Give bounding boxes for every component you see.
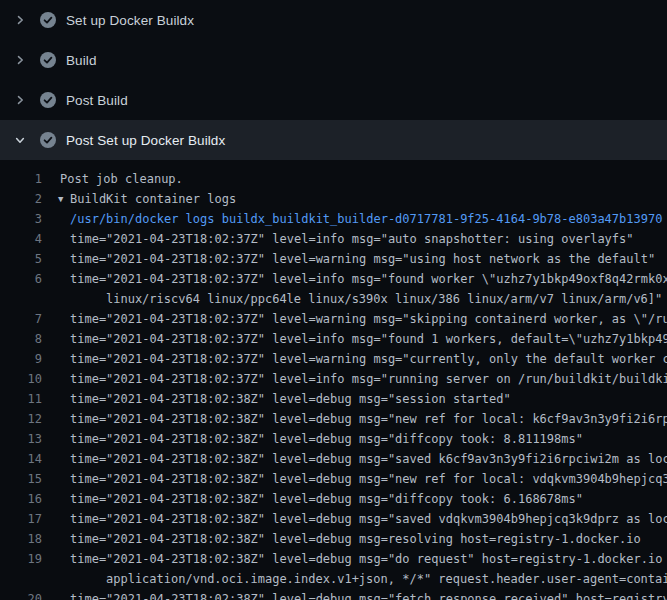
log-text: time="2021-04-23T18:02:38Z" level=debug … (70, 389, 511, 409)
check-circle-icon (40, 132, 56, 148)
line-number (0, 289, 42, 309)
line-number[interactable]: 5 (0, 249, 42, 269)
chevron-right-icon (12, 92, 28, 108)
log-line: 6time="2021-04-23T18:02:37Z" level=info … (0, 269, 667, 289)
log-text: time="2021-04-23T18:02:37Z" level=info m… (70, 269, 667, 289)
line-number[interactable]: 3 (0, 209, 42, 229)
log-text: time="2021-04-23T18:02:38Z" level=debug … (70, 469, 667, 489)
log-text: time="2021-04-23T18:02:38Z" level=debug … (70, 409, 667, 429)
log-text: time="2021-04-23T18:02:37Z" level=info m… (70, 369, 667, 389)
line-number[interactable]: 10 (0, 369, 42, 389)
log-line: linux/riscv64 linux/ppc64le linux/s390x … (0, 289, 667, 309)
line-number[interactable]: 6 (0, 269, 42, 289)
log-line: 4time="2021-04-23T18:02:37Z" level=info … (0, 229, 667, 249)
log-text: time="2021-04-23T18:02:37Z" level=warnin… (70, 309, 667, 329)
line-number[interactable]: 11 (0, 389, 42, 409)
line-number[interactable]: 18 (0, 529, 42, 549)
step-label: Build (66, 53, 97, 68)
log-line: 3/usr/bin/docker logs buildx_buildkit_bu… (0, 209, 667, 229)
chevron-right-icon (12, 52, 28, 68)
line-number[interactable]: 20 (0, 589, 42, 600)
log-line: application/vnd.oci.image.index.v1+json,… (0, 569, 667, 589)
check-circle-icon (40, 12, 56, 28)
log-text: Post job cleanup. (60, 169, 183, 189)
check-circle-icon (40, 52, 56, 68)
line-number[interactable]: 1 (0, 169, 42, 189)
log-line: 5time="2021-04-23T18:02:37Z" level=warni… (0, 249, 667, 269)
log-line: 11time="2021-04-23T18:02:38Z" level=debu… (0, 389, 667, 409)
log-line: 13time="2021-04-23T18:02:38Z" level=debu… (0, 429, 667, 449)
log-line: 1Post job cleanup. (0, 169, 667, 189)
log-text: time="2021-04-23T18:02:38Z" level=debug … (70, 449, 667, 469)
log-line: 15time="2021-04-23T18:02:38Z" level=debu… (0, 469, 667, 489)
log-text: time="2021-04-23T18:02:38Z" level=debug … (70, 589, 667, 600)
check-circle-icon (40, 92, 56, 108)
line-number (0, 569, 42, 589)
log-line: 9time="2021-04-23T18:02:37Z" level=warni… (0, 349, 667, 369)
step-header-set-up-docker-buildx[interactable]: Set up Docker Buildx (0, 0, 667, 40)
line-number[interactable]: 16 (0, 489, 42, 509)
log-line: 18time="2021-04-23T18:02:38Z" level=debu… (0, 529, 667, 549)
line-number[interactable]: 17 (0, 509, 42, 529)
step-label: Post Set up Docker Buildx (66, 133, 225, 148)
log-line: 17time="2021-04-23T18:02:38Z" level=debu… (0, 509, 667, 529)
line-number[interactable]: 12 (0, 409, 42, 429)
group-collapse-icon[interactable]: ▼ (58, 189, 70, 209)
line-number[interactable]: 2 (0, 189, 42, 209)
step-label: Set up Docker Buildx (66, 13, 194, 28)
command-text: /usr/bin/docker logs buildx_buildkit_bui… (70, 209, 662, 229)
log-text: time="2021-04-23T18:02:38Z" level=debug … (70, 549, 667, 569)
line-number[interactable]: 4 (0, 229, 42, 249)
log-line: 16time="2021-04-23T18:02:38Z" level=debu… (0, 489, 667, 509)
line-number[interactable]: 9 (0, 349, 42, 369)
log-line: 7time="2021-04-23T18:02:37Z" level=warni… (0, 309, 667, 329)
step-list: Set up Docker BuildxBuildPost BuildPost … (0, 0, 667, 160)
log-line: 14time="2021-04-23T18:02:38Z" level=debu… (0, 449, 667, 469)
log-text: time="2021-04-23T18:02:37Z" level=info m… (70, 229, 634, 249)
log-line: 10time="2021-04-23T18:02:37Z" level=info… (0, 369, 667, 389)
log-line: 12time="2021-04-23T18:02:38Z" level=debu… (0, 409, 667, 429)
log-line: 19time="2021-04-23T18:02:38Z" level=debu… (0, 549, 667, 569)
line-number[interactable]: 15 (0, 469, 42, 489)
log-text: time="2021-04-23T18:02:37Z" level=warnin… (70, 349, 667, 369)
step-label: Post Build (66, 93, 128, 108)
log-viewer: 1Post job cleanup.2▼BuildKit container l… (0, 160, 667, 600)
log-line: 20time="2021-04-23T18:02:38Z" level=debu… (0, 589, 667, 600)
log-text: time="2021-04-23T18:02:38Z" level=debug … (70, 489, 583, 509)
line-number[interactable]: 8 (0, 329, 42, 349)
log-text: time="2021-04-23T18:02:38Z" level=debug … (70, 529, 641, 549)
step-header-build[interactable]: Build (0, 40, 667, 80)
line-number[interactable]: 19 (0, 549, 42, 569)
log-line: 2▼BuildKit container logs (0, 189, 667, 209)
log-text: time="2021-04-23T18:02:38Z" level=debug … (70, 509, 667, 529)
line-number[interactable]: 7 (0, 309, 42, 329)
log-text: linux/riscv64 linux/ppc64le linux/s390x … (106, 289, 662, 309)
line-number[interactable]: 13 (0, 429, 42, 449)
log-line: 8time="2021-04-23T18:02:37Z" level=info … (0, 329, 667, 349)
step-header-post-build[interactable]: Post Build (0, 80, 667, 120)
chevron-down-icon (12, 132, 28, 148)
chevron-right-icon (12, 12, 28, 28)
step-header-post-set-up-docker-buildx[interactable]: Post Set up Docker Buildx (0, 120, 667, 160)
log-text: BuildKit container logs (70, 189, 236, 209)
line-number[interactable]: 14 (0, 449, 42, 469)
log-text: time="2021-04-23T18:02:37Z" level=warnin… (70, 249, 655, 269)
log-text: time="2021-04-23T18:02:38Z" level=debug … (70, 429, 583, 449)
log-text: time="2021-04-23T18:02:37Z" level=info m… (70, 329, 667, 349)
log-text: application/vnd.oci.image.index.v1+json,… (106, 569, 667, 589)
